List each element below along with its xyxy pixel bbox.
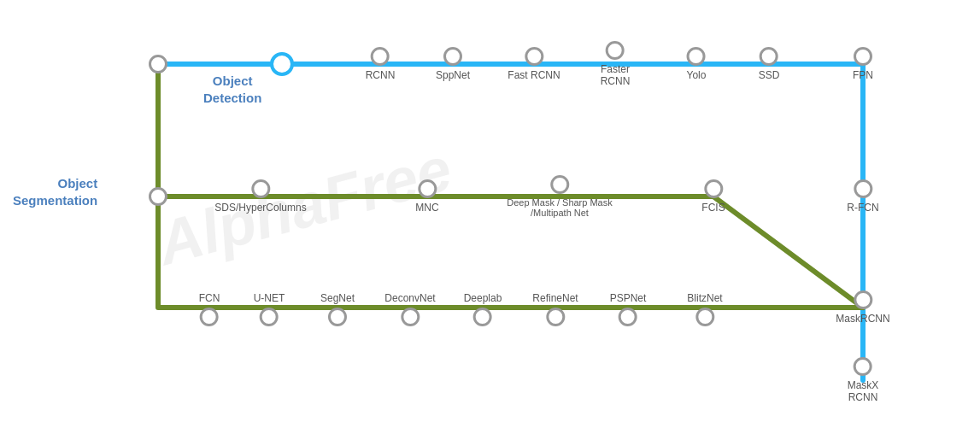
node-label-unet: U-NET xyxy=(254,292,285,304)
node-start xyxy=(149,55,167,73)
node-unet: U-NET xyxy=(254,289,285,326)
node-label-deep-mask: Deep Mask / Sharp Mask /Multipath Net xyxy=(507,197,613,218)
node-fcn: FCN xyxy=(199,289,220,326)
node-circle xyxy=(546,308,565,326)
node-rfcn: R-FCN xyxy=(847,179,878,214)
node-circle xyxy=(619,308,637,326)
node-fpn: FPN xyxy=(853,47,873,81)
node-label-mask-rcnn: MaskRCNN xyxy=(836,313,889,325)
node-label-segnet: SegNet xyxy=(320,292,355,304)
node-label-faster-rcnn: Faster RCNN xyxy=(601,63,631,87)
diagram: AlphaFree Object Detection ObjectSegment… xyxy=(0,0,980,428)
node-mnc: MNC xyxy=(415,179,438,214)
node-label-fast-rcnn: Fast RCNN xyxy=(508,69,560,81)
node-rcnn: RCNN xyxy=(366,47,396,81)
node-label-ssd: SSD xyxy=(759,69,780,81)
node-circle-active xyxy=(270,52,294,76)
node-faster-rcnn: Faster RCNN xyxy=(601,41,631,87)
node-circle xyxy=(328,308,347,326)
node-circle xyxy=(695,308,714,326)
node-circle xyxy=(260,308,279,326)
node-label-sppnet: SppNet xyxy=(436,69,470,81)
node-object-detection xyxy=(270,52,294,76)
node-deep-mask: Deep Mask / Sharp Mask /Multipath Net xyxy=(507,175,613,218)
node-label-yolo: Yolo xyxy=(687,69,707,81)
node-label-deconvnet: DeconvNet xyxy=(384,292,435,304)
node-label-refinenet: RefineNet xyxy=(532,292,578,304)
node-deconvnet: DeconvNet xyxy=(384,289,435,326)
node-label-deeplab: Deeplab xyxy=(464,292,502,304)
node-circle xyxy=(854,357,872,376)
node-fcis: FCIS xyxy=(701,179,725,214)
node-circle xyxy=(443,47,462,66)
node-seg-start xyxy=(149,187,167,206)
node-deeplab: Deeplab xyxy=(464,289,502,326)
node-circle xyxy=(854,290,872,309)
node-yolo: Yolo xyxy=(687,47,707,81)
node-label-fcis: FCIS xyxy=(701,202,725,214)
node-maskx-rcnn: MaskX RCNN xyxy=(848,357,879,403)
node-fast-rcnn: Fast RCNN xyxy=(508,47,560,81)
node-circle xyxy=(550,175,569,194)
node-circle xyxy=(401,308,420,326)
timeline-lines xyxy=(0,0,980,428)
node-label-rcnn: RCNN xyxy=(366,69,396,81)
node-mask-rcnn: MaskRCNN xyxy=(836,290,889,325)
node-label-mnc: MNC xyxy=(415,202,438,214)
node-label-blitznet: BlitzNet xyxy=(687,292,722,304)
node-circle xyxy=(371,47,390,66)
node-ssd: SSD xyxy=(759,47,780,81)
node-circle xyxy=(525,47,543,66)
node-circle xyxy=(149,187,167,206)
node-circle xyxy=(149,55,167,73)
node-label-pspnet: PSPNet xyxy=(610,292,647,304)
node-label-maskx-rcnn: MaskX RCNN xyxy=(848,379,879,403)
node-circle xyxy=(854,179,872,198)
node-circle xyxy=(687,47,706,66)
node-circle xyxy=(704,179,723,198)
node-refinenet: RefineNet xyxy=(532,289,578,326)
node-circle xyxy=(760,47,778,66)
node-circle xyxy=(418,179,437,198)
node-circle xyxy=(200,308,219,326)
node-label-fpn: FPN xyxy=(853,69,873,81)
node-sds-hypercolumns: SDS/HyperColumns xyxy=(214,179,306,214)
node-pspnet: PSPNet xyxy=(610,289,647,326)
node-label-fcn: FCN xyxy=(199,292,220,304)
node-circle xyxy=(606,41,625,60)
node-blitznet: BlitzNet xyxy=(687,289,722,326)
node-label-sds: SDS/HyperColumns xyxy=(214,202,306,214)
node-sppnet: SppNet xyxy=(436,47,470,81)
node-circle xyxy=(473,308,492,326)
node-segnet: SegNet xyxy=(320,289,355,326)
node-circle xyxy=(251,179,270,198)
node-label-rfcn: R-FCN xyxy=(847,202,878,214)
node-circle xyxy=(854,47,872,66)
